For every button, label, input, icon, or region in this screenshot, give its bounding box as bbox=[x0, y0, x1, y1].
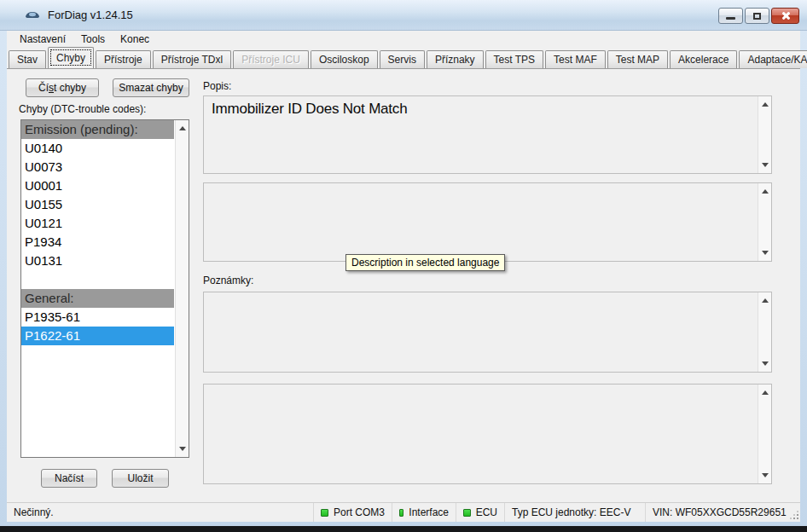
dtc-list-item-p1622-61[interactable]: P1622-61 bbox=[21, 327, 174, 345]
tab-servis[interactable]: Servis bbox=[380, 50, 425, 68]
status-port: Port COM3 bbox=[314, 503, 392, 522]
notes-textbox-2[interactable] bbox=[203, 384, 772, 484]
close-icon bbox=[780, 10, 791, 21]
tab-test-tps[interactable]: Test TPS bbox=[485, 50, 543, 68]
tab-test-maf[interactable]: Test MAF bbox=[545, 50, 606, 68]
scroll-up-icon[interactable] bbox=[762, 298, 769, 303]
menu-bar: NastaveníToolsKonec bbox=[7, 31, 800, 47]
tab-underline bbox=[7, 68, 800, 69]
interface-led-icon bbox=[399, 509, 404, 517]
textbox-scrollbar[interactable] bbox=[758, 385, 771, 483]
tab-test-map[interactable]: Test MAP bbox=[607, 50, 668, 68]
tab-adaptace-kam[interactable]: Adaptace/KAM bbox=[739, 50, 807, 68]
tab-akcelerace[interactable]: Akcelerace bbox=[670, 50, 737, 68]
dtc-list-item-blank[interactable] bbox=[21, 270, 174, 289]
dtc-list-item-u0001[interactable]: U0001 bbox=[21, 176, 174, 195]
dtc-list-item-u0131[interactable]: U0131 bbox=[21, 252, 174, 270]
maximize-icon bbox=[753, 13, 761, 20]
scroll-up-icon[interactable] bbox=[762, 390, 769, 395]
tab-stav[interactable]: Stav bbox=[9, 50, 46, 68]
dtc-list-item-u0155[interactable]: U0155 bbox=[21, 195, 174, 214]
port-led-icon bbox=[321, 509, 328, 517]
read-errors-button[interactable]: Číst chyby bbox=[26, 78, 99, 97]
minimize-icon bbox=[726, 17, 735, 20]
dtc-list-item-u0121[interactable]: U0121 bbox=[21, 214, 174, 233]
scroll-down-icon[interactable] bbox=[762, 473, 769, 477]
scroll-up-icon[interactable] bbox=[179, 126, 186, 130]
status-bar: Nečinný. Port COM3 Interface ECU Typ ECU… bbox=[7, 502, 800, 522]
scroll-up-icon[interactable] bbox=[762, 102, 769, 107]
listbox-scrollbar[interactable] bbox=[175, 120, 189, 457]
status-ecu-type: Typ ECU jednotky: EEC-V bbox=[505, 503, 646, 522]
tab-strip: StavChybyPřístrojePřístroje TDxlPřístroj… bbox=[9, 47, 798, 68]
tab-chyby[interactable]: Chyby bbox=[48, 47, 94, 68]
scroll-down-icon[interactable] bbox=[762, 163, 769, 167]
dtc-list-item-p1934[interactable]: P1934 bbox=[21, 233, 174, 252]
textbox-scrollbar[interactable] bbox=[758, 96, 771, 173]
tab-p-stroje-tdxl[interactable]: Přístroje TDxl bbox=[153, 50, 231, 68]
window-bottom-edge bbox=[0, 526, 807, 532]
tab-p-znaky[interactable]: Příznaky bbox=[427, 50, 484, 68]
status-ecu: ECU bbox=[456, 503, 505, 522]
description-label: Popis: bbox=[203, 80, 231, 92]
notes-textbox-1[interactable] bbox=[203, 292, 772, 373]
resize-grip[interactable] bbox=[797, 518, 798, 519]
dtc-list-label: Chyby (DTC-trouble codes): bbox=[19, 103, 146, 115]
textbox-scrollbar[interactable] bbox=[758, 292, 771, 372]
menu-item-konec[interactable]: Konec bbox=[113, 32, 157, 47]
language-description-textbox[interactable] bbox=[203, 182, 772, 262]
maximize-button[interactable] bbox=[745, 8, 769, 24]
menu-item-nastaven[interactable]: Nastavení bbox=[12, 32, 73, 47]
tab-p-stroje-icu: Přístroje ICU bbox=[233, 50, 309, 68]
title-bar[interactable]: ForDiag v1.24.15 bbox=[0, 0, 807, 31]
scroll-down-icon[interactable] bbox=[762, 361, 769, 366]
description-textbox[interactable]: Immobilizer ID Does Not Match bbox=[203, 95, 772, 174]
close-button[interactable] bbox=[771, 8, 799, 24]
status-vin: VIN: WF05XXGCD55R29651 bbox=[646, 503, 800, 522]
tooltip: Description in selected language bbox=[345, 254, 505, 271]
notes-label: Poznámky: bbox=[203, 275, 253, 286]
window-title: ForDiag v1.24.15 bbox=[48, 9, 133, 21]
ecu-led-icon bbox=[463, 509, 471, 517]
status-state: Nečinný. bbox=[7, 503, 314, 522]
client-area: NastaveníToolsKonec StavChybyPřístrojePř… bbox=[7, 31, 800, 522]
app-window: ForDiag v1.24.15 NastaveníToolsKonec Sta… bbox=[0, 0, 807, 532]
scroll-down-icon[interactable] bbox=[762, 251, 769, 255]
dtc-list-item-general[interactable]: General: bbox=[21, 289, 174, 308]
description-text: Immobilizer ID Does Not Match bbox=[212, 101, 407, 118]
dtc-list-item-u0140[interactable]: U0140 bbox=[21, 139, 174, 158]
tab-p-stroje[interactable]: Přístroje bbox=[96, 50, 151, 68]
textbox-scrollbar[interactable] bbox=[758, 183, 771, 261]
load-button[interactable]: Načíst bbox=[41, 469, 97, 488]
dtc-listbox[interactable]: Emission (pending):U0140U0073U0001U0155U… bbox=[20, 119, 189, 458]
dtc-list-item-p1935-61[interactable]: P1935-61 bbox=[21, 308, 174, 327]
tab-osciloskop[interactable]: Osciloskop bbox=[311, 50, 378, 68]
dtc-list-item-emission-pending[interactable]: Emission (pending): bbox=[21, 120, 174, 139]
scroll-down-icon[interactable] bbox=[179, 447, 186, 451]
save-button[interactable]: Uložit bbox=[112, 469, 169, 488]
minimize-button[interactable] bbox=[718, 8, 743, 24]
dtc-list-item-u0073[interactable]: U0073 bbox=[21, 158, 174, 176]
app-icon bbox=[24, 10, 41, 20]
clear-errors-button[interactable]: Smazat chyby bbox=[113, 78, 189, 97]
menu-item-tools[interactable]: Tools bbox=[73, 32, 113, 47]
status-interface: Interface bbox=[392, 503, 456, 522]
scroll-up-icon[interactable] bbox=[762, 189, 769, 194]
